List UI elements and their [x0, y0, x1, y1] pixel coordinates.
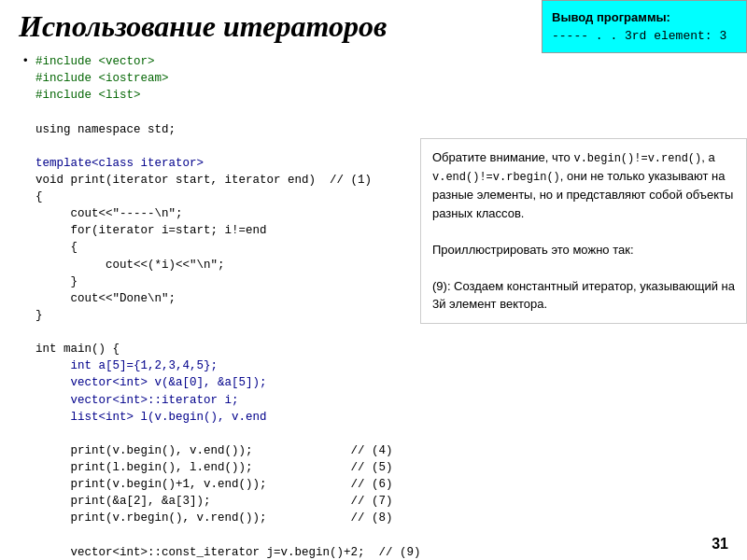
- code-main-vars: int a[5]={1,2,3,4,5}; vector<int> v(&a[0…: [35, 359, 267, 423]
- page: Использование итераторов • #include <vec…: [0, 0, 747, 560]
- output-box: Вывод программы: ----- . . 3rd element: …: [542, 0, 747, 53]
- annotation-text3: (9): Создаем константный итератор, указы…: [432, 277, 735, 314]
- output-content: ----- . . 3rd element: 3: [552, 27, 737, 46]
- code-template: template<class iterator>: [35, 157, 204, 170]
- annotation-box: Обратите внимание, что v.begin()!=v.rend…: [420, 138, 747, 324]
- bullet: •: [23, 53, 28, 67]
- output-title: Вывод программы:: [552, 8, 737, 27]
- page-number: 31: [712, 536, 728, 553]
- annotation-text2: Проиллюстрировать это можно так:: [432, 241, 735, 259]
- code-line-1: #include <vector> #include <iostream> #i…: [35, 55, 169, 102]
- annotation-text1: Обратите внимание, что v.begin()!=v.rend…: [432, 148, 735, 222]
